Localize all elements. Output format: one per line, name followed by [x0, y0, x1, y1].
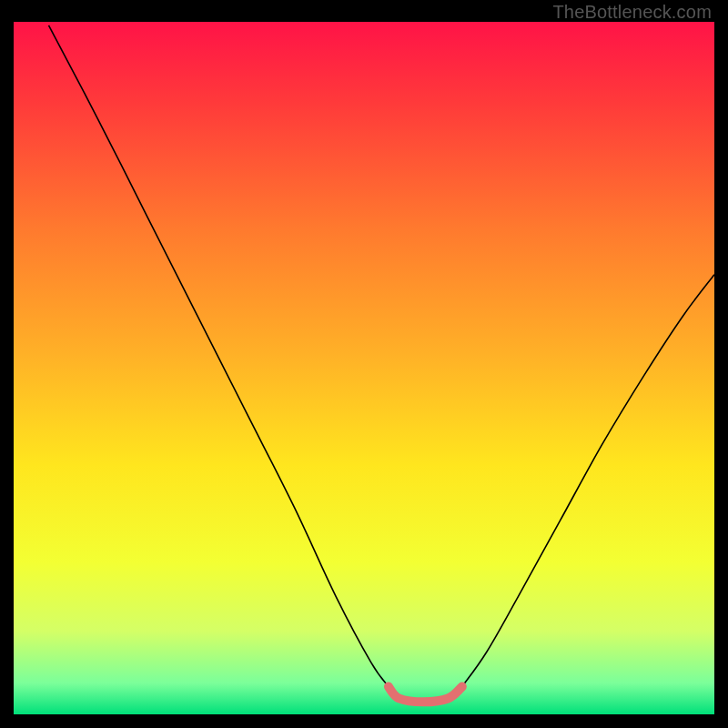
- chart-svg: [14, 22, 714, 714]
- plot-area: [14, 22, 714, 714]
- watermark-text: TheBottleneck.com: [552, 2, 712, 23]
- gradient-background: [14, 22, 714, 714]
- chart-stage: TheBottleneck.com: [0, 0, 728, 728]
